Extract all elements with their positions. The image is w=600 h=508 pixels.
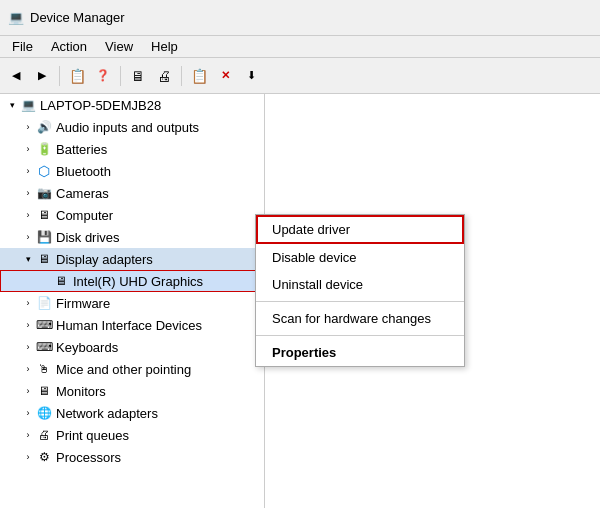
intel-icon: 🖥: [53, 273, 69, 289]
network-icon: 🌐: [36, 405, 52, 421]
tree-item-print[interactable]: › 🖨 Print queues: [0, 424, 264, 446]
main-area: ▾ 💻 LAPTOP-5DEMJB28 › 🔊 Audio inputs and…: [0, 94, 600, 508]
menu-file[interactable]: File: [4, 37, 41, 56]
mice-icon: 🖱: [36, 361, 52, 377]
firmware-icon: 📄: [36, 295, 52, 311]
title-bar: 💻 Device Manager: [0, 0, 600, 36]
context-menu-separator-1: [256, 301, 464, 302]
batteries-icon: 🔋: [36, 141, 52, 157]
context-menu-properties[interactable]: Properties: [256, 339, 464, 366]
network-label: Network adapters: [56, 406, 158, 421]
app-icon: 💻: [8, 10, 24, 26]
root-icon: 💻: [20, 97, 36, 113]
expand-arrow-bluetooth[interactable]: ›: [20, 163, 36, 179]
context-menu-separator-2: [256, 335, 464, 336]
title-text: Device Manager: [30, 10, 125, 25]
cameras-label: Cameras: [56, 186, 109, 201]
print-button[interactable]: 🖨: [152, 64, 176, 88]
tree-item-display[interactable]: ▾ 🖥 Display adapters: [0, 248, 264, 270]
expand-arrow-disk[interactable]: ›: [20, 229, 36, 245]
tree-item-network[interactable]: › 🌐 Network adapters: [0, 402, 264, 424]
mice-label: Mice and other pointing: [56, 362, 191, 377]
expand-arrow-display[interactable]: ▾: [20, 251, 36, 267]
tree-item-bluetooth[interactable]: › ⬡ Bluetooth: [0, 160, 264, 182]
keyboards-label: Keyboards: [56, 340, 118, 355]
computer-label: Computer: [56, 208, 113, 223]
expand-arrow-network[interactable]: ›: [20, 405, 36, 421]
menu-action[interactable]: Action: [43, 37, 95, 56]
expand-arrow-mice[interactable]: ›: [20, 361, 36, 377]
display-icon: 🖥: [36, 251, 52, 267]
keyboards-icon: ⌨: [36, 339, 52, 355]
tree-item-cameras[interactable]: › 📷 Cameras: [0, 182, 264, 204]
scan-button[interactable]: 🖥: [126, 64, 150, 88]
remove-button[interactable]: ✕: [213, 64, 237, 88]
context-menu: Update driver Disable device Uninstall d…: [255, 214, 465, 367]
expand-arrow-hid[interactable]: ›: [20, 317, 36, 333]
expand-arrow-cameras[interactable]: ›: [20, 185, 36, 201]
expand-arrow-intel: [37, 273, 53, 289]
tree-item-disk[interactable]: › 💾 Disk drives: [0, 226, 264, 248]
print-icon: 🖨: [36, 427, 52, 443]
processors-label: Processors: [56, 450, 121, 465]
audio-icon: 🔊: [36, 119, 52, 135]
expand-arrow-audio[interactable]: ›: [20, 119, 36, 135]
tree-item-computer[interactable]: › 🖥 Computer: [0, 204, 264, 226]
back-button[interactable]: ◀: [4, 64, 28, 88]
monitors-icon: 🖥: [36, 383, 52, 399]
batteries-label: Batteries: [56, 142, 107, 157]
intel-label: Intel(R) UHD Graphics: [73, 274, 203, 289]
display-label: Display adapters: [56, 252, 153, 267]
expand-arrow-firmware[interactable]: ›: [20, 295, 36, 311]
tree-item-firmware[interactable]: › 📄 Firmware: [0, 292, 264, 314]
expand-arrow-print[interactable]: ›: [20, 427, 36, 443]
context-menu-scan[interactable]: Scan for hardware changes: [256, 305, 464, 332]
disk-icon: 💾: [36, 229, 52, 245]
hid-icon: ⌨: [36, 317, 52, 333]
root-label: LAPTOP-5DEMJB28: [40, 98, 161, 113]
tree-item-monitors[interactable]: › 🖥 Monitors: [0, 380, 264, 402]
update-button[interactable]: 📋: [187, 64, 211, 88]
properties-button[interactable]: 📋: [65, 64, 89, 88]
tree-item-mice[interactable]: › 🖱 Mice and other pointing: [0, 358, 264, 380]
context-menu-disable-device[interactable]: Disable device: [256, 244, 464, 271]
tree-item-hid[interactable]: › ⌨ Human Interface Devices: [0, 314, 264, 336]
tree-item-intel[interactable]: 🖥 Intel(R) UHD Graphics: [0, 270, 264, 292]
download-button[interactable]: ⬇: [239, 64, 263, 88]
tree-item-processors[interactable]: › ⚙ Processors: [0, 446, 264, 468]
tree-item-batteries[interactable]: › 🔋 Batteries: [0, 138, 264, 160]
expand-arrow-monitors[interactable]: ›: [20, 383, 36, 399]
menu-bar: File Action View Help: [0, 36, 600, 58]
toolbar: ◀ ▶ 📋 ❓ 🖥 🖨 📋 ✕ ⬇: [0, 58, 600, 94]
separator-1: [59, 66, 60, 86]
menu-view[interactable]: View: [97, 37, 141, 56]
forward-button[interactable]: ▶: [30, 64, 54, 88]
expand-arrow-computer[interactable]: ›: [20, 207, 36, 223]
audio-label: Audio inputs and outputs: [56, 120, 199, 135]
firmware-label: Firmware: [56, 296, 110, 311]
computer-icon: 🖥: [36, 207, 52, 223]
tree-item-keyboards[interactable]: › ⌨ Keyboards: [0, 336, 264, 358]
bluetooth-icon: ⬡: [36, 163, 52, 179]
menu-help[interactable]: Help: [143, 37, 186, 56]
print-label: Print queues: [56, 428, 129, 443]
processors-icon: ⚙: [36, 449, 52, 465]
bluetooth-label: Bluetooth: [56, 164, 111, 179]
expand-arrow-batteries[interactable]: ›: [20, 141, 36, 157]
context-menu-uninstall-device[interactable]: Uninstall device: [256, 271, 464, 298]
help-button[interactable]: ❓: [91, 64, 115, 88]
disk-label: Disk drives: [56, 230, 120, 245]
tree-root[interactable]: ▾ 💻 LAPTOP-5DEMJB28: [0, 94, 264, 116]
expand-arrow-processors[interactable]: ›: [20, 449, 36, 465]
tree-item-audio[interactable]: › 🔊 Audio inputs and outputs: [0, 116, 264, 138]
hid-label: Human Interface Devices: [56, 318, 202, 333]
context-menu-update-driver[interactable]: Update driver: [256, 215, 464, 244]
separator-2: [120, 66, 121, 86]
cameras-icon: 📷: [36, 185, 52, 201]
separator-3: [181, 66, 182, 86]
expand-arrow-root[interactable]: ▾: [4, 97, 20, 113]
monitors-label: Monitors: [56, 384, 106, 399]
expand-arrow-keyboards[interactable]: ›: [20, 339, 36, 355]
tree-panel: ▾ 💻 LAPTOP-5DEMJB28 › 🔊 Audio inputs and…: [0, 94, 265, 508]
